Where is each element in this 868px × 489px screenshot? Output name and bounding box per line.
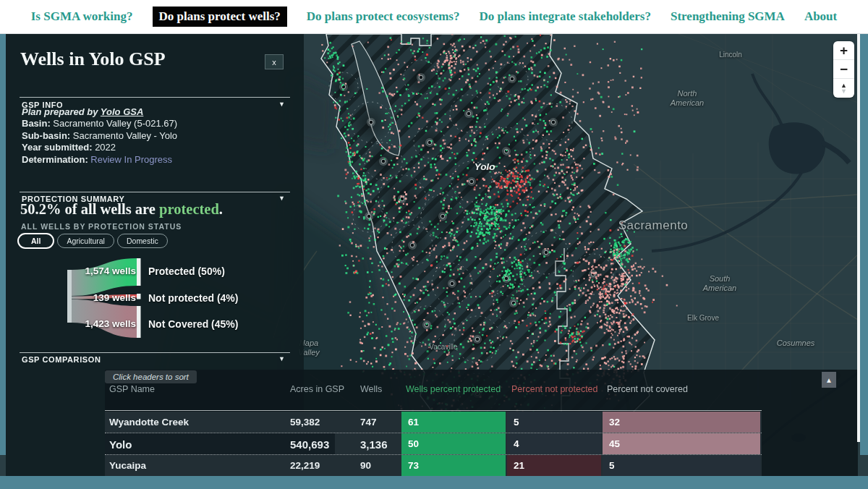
divider bbox=[20, 352, 290, 353]
tilt-down-icon: ▼ bbox=[841, 88, 847, 94]
cell-pct-not-covered: 5 bbox=[603, 455, 760, 476]
nav-item-do-plans-integrate-stakeholders[interactable]: Do plans integrate stakeholders? bbox=[479, 9, 651, 24]
nav-item-do-plans-protect-wells[interactable]: Do plans protect wells? bbox=[153, 7, 287, 27]
filter-pill-domestic[interactable]: Domestic bbox=[117, 234, 168, 248]
cell-pct-not-protected: 4 bbox=[507, 433, 601, 454]
panel-title: Wells in Yolo GSP bbox=[20, 48, 166, 70]
column-header-percent-not-protected[interactable]: Percent not protected bbox=[507, 383, 603, 396]
table-header-underline bbox=[105, 410, 762, 411]
filter-pill-agricultural[interactable]: Agricultural bbox=[57, 234, 114, 248]
collapse-arrow-icon[interactable]: ▼ bbox=[278, 355, 285, 362]
table-row-yucaipa[interactable]: Yucaipa22,2199073215 bbox=[105, 455, 762, 477]
frame-right bbox=[860, 0, 868, 455]
frame-left bbox=[0, 0, 6, 455]
scroll-top-button[interactable]: ▲ bbox=[822, 372, 836, 388]
table-body: Wyandotte Creek59,38274761532Yolo540,693… bbox=[105, 412, 762, 477]
zoom-in-button[interactable]: + bbox=[833, 41, 854, 60]
section-heading-gsp-comparison[interactable]: GSP COMPARISON bbox=[22, 355, 101, 364]
gsp-info-line: Basin: Sacramento Valley (5-021.67) bbox=[22, 118, 177, 129]
divider bbox=[20, 192, 290, 192]
cell-wells: 3,136 bbox=[356, 433, 401, 454]
table-row-wyandotte-creek[interactable]: Wyandotte Creek59,38274761532 bbox=[105, 412, 762, 433]
cell-wells: 747 bbox=[356, 412, 401, 433]
sort-hint: Click headers to sort bbox=[105, 370, 197, 383]
cell-wells: 90 bbox=[356, 455, 401, 476]
map-zoom-control: + − ▲ ▼ bbox=[833, 41, 854, 98]
column-header-acres-in-gsp[interactable]: Acres in GSP bbox=[286, 383, 356, 396]
gsp-comparison-table: Click headers to sort GSP NameAcres in G… bbox=[105, 370, 858, 477]
sankey-flow-protected bbox=[72, 258, 137, 296]
table-header-row: GSP NameAcres in GSPWellsWells percent p… bbox=[105, 383, 762, 396]
table-row-yolo[interactable]: Yolo540,6933,13650445 bbox=[105, 433, 762, 455]
nav-item-is-sgma-working[interactable]: Is SGMA working? bbox=[31, 9, 133, 24]
collapse-arrow-icon[interactable]: ▼ bbox=[278, 195, 285, 202]
protected-highlight: protected bbox=[159, 201, 219, 217]
cell-pct-not-covered: 32 bbox=[603, 412, 760, 433]
column-header-gsp-name[interactable]: GSP Name bbox=[105, 383, 286, 396]
gsp-info-lines: Plan prepared by Yolo GSABasin: Sacramen… bbox=[22, 106, 177, 166]
cell-name: Yolo bbox=[105, 433, 286, 454]
prepared-by-line: Plan prepared by Yolo GSA bbox=[22, 106, 177, 118]
divider bbox=[20, 97, 290, 98]
nav-item-about[interactable]: About bbox=[804, 9, 837, 24]
column-header-wells[interactable]: Wells bbox=[356, 383, 401, 396]
sankey-count-label: 139 wells bbox=[49, 292, 136, 303]
cell-pct-not-covered: 45 bbox=[603, 433, 760, 454]
column-header-percent-not-covered[interactable]: Percent not covered bbox=[603, 383, 762, 396]
well-type-filters: AllAgriculturalDomestic bbox=[17, 233, 168, 249]
nav-item-do-plans-protect-ecosystems[interactable]: Do plans protect ecosystems? bbox=[307, 9, 460, 24]
sankey-legend-label: Not Covered (45%) bbox=[148, 318, 238, 330]
cell-pct-not-protected: 21 bbox=[507, 455, 601, 476]
protection-subheading: ALL WELLS BY PROTECTION STATUS bbox=[21, 222, 182, 231]
cell-acres: 59,382 bbox=[286, 412, 356, 433]
zoom-out-button[interactable]: − bbox=[833, 60, 854, 79]
gsa-link[interactable]: Yolo GSA bbox=[101, 106, 143, 117]
cell-acres: 540,693 bbox=[286, 433, 356, 454]
cell-name: Yucaipa bbox=[105, 455, 286, 476]
frame-bottom bbox=[0, 476, 868, 489]
cell-name: Wyandotte Creek bbox=[105, 412, 286, 433]
sankey-bar-not-covered bbox=[137, 306, 141, 338]
tilt-button[interactable]: ▲ ▼ bbox=[833, 79, 854, 98]
cell-pct-not-protected: 5 bbox=[507, 412, 601, 433]
nav-item-strengthening-sgma[interactable]: Strengthening SGMA bbox=[671, 9, 785, 24]
gsp-info-line: Year submitted: 2022 bbox=[22, 142, 177, 153]
sankey-bar-not-protected bbox=[137, 294, 141, 299]
collapse-arrow-icon[interactable]: ▼ bbox=[278, 101, 285, 108]
cell-acres: 22,219 bbox=[286, 455, 356, 476]
sankey-bar-protected bbox=[137, 258, 141, 286]
cell-pct-protected: 50 bbox=[401, 433, 506, 454]
close-button[interactable]: x bbox=[265, 54, 284, 69]
filter-pill-all[interactable]: All bbox=[17, 233, 54, 249]
app-root: Is SGMA working?Do plans protect wells?D… bbox=[0, 0, 868, 489]
column-header-wells-percent-protected[interactable]: Wells percent protected bbox=[401, 383, 507, 396]
gsp-info-line: Sub-basin: Sacramento Valley - Yolo bbox=[22, 130, 177, 142]
cell-pct-protected: 61 bbox=[401, 412, 506, 433]
cell-pct-protected: 73 bbox=[401, 455, 506, 476]
sankey-legend-label: Protected (50%) bbox=[148, 265, 225, 277]
gsp-info-line: Determination: Review In Progress bbox=[22, 154, 177, 166]
sankey-count-label: 1,423 wells bbox=[49, 318, 136, 329]
sankey-legend-label: Not protected (4%) bbox=[148, 292, 238, 304]
top-navigation: Is SGMA working?Do plans protect wells?D… bbox=[0, 0, 868, 34]
sankey-count-label: 1,574 wells bbox=[49, 265, 136, 276]
protection-headline: 50.2% of all wells are protected. bbox=[20, 201, 223, 218]
